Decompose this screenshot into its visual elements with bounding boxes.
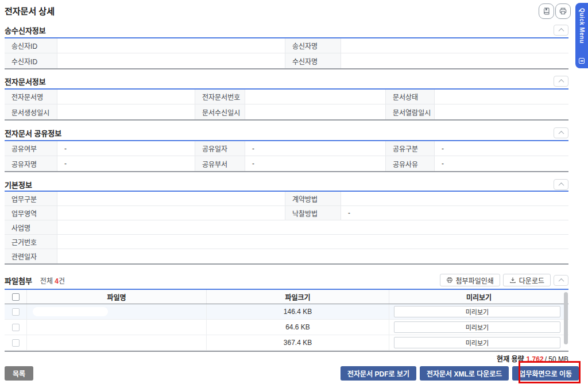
preview-button[interactable]: 미리보기 xyxy=(394,337,560,348)
filename-cell xyxy=(27,320,207,335)
column-header-preview: 미리보기 xyxy=(389,290,568,304)
collapse-attachments-button[interactable] xyxy=(554,275,568,286)
section-header-share-info: 전자문서 공유정보 xyxy=(5,126,568,139)
chevron-up-icon xyxy=(558,278,564,284)
section-header-attachments: 파일첨부 전체 4건 첨부파일인쇄 다운로드 xyxy=(5,274,568,286)
field-label: 낙찰방법 xyxy=(285,206,341,220)
field-value xyxy=(57,53,285,68)
field-label: 공유부서 xyxy=(195,156,245,171)
field-label: 전자문서번호 xyxy=(195,90,245,104)
attachments-count: 전체 4건 xyxy=(40,276,65,285)
capacity-total: / 50 MB xyxy=(545,355,568,363)
section-title-sender-receiver: 송수신자정보 xyxy=(5,25,46,36)
table-row: 업무영역 낙찰방법 - xyxy=(5,206,568,220)
filesize-cell: 64.6 KB xyxy=(207,320,389,335)
attachment-row: 64.6 KB 미리보기 xyxy=(5,320,568,335)
field-label: 사업명 xyxy=(5,220,57,234)
preview-button[interactable]: 미리보기 xyxy=(394,306,560,317)
field-value xyxy=(245,104,386,119)
attachment-row: 146.4 KB 미리보기 xyxy=(5,304,568,320)
field-label: 공유사유 xyxy=(386,156,435,171)
table-scrollbar[interactable] xyxy=(564,292,568,349)
field-label: 문서상태 xyxy=(386,90,435,104)
row-checkbox[interactable] xyxy=(12,339,20,347)
field-label: 전자문서명 xyxy=(5,90,57,104)
field-value xyxy=(341,53,568,68)
table-row: 전자문서명 전자문서번호 문서상태 xyxy=(5,90,568,104)
field-label: 계약방법 xyxy=(285,192,341,205)
collapse-sender-receiver-button[interactable] xyxy=(554,25,568,36)
table-row: 수신자ID 수신자명 xyxy=(5,53,568,68)
capacity-label: 현재 용량 xyxy=(497,355,524,363)
collapse-document-info-button[interactable] xyxy=(554,76,568,87)
field-label: 문서생성일시 xyxy=(5,104,57,119)
preview-button[interactable]: 미리보기 xyxy=(394,321,560,333)
chevron-up-icon xyxy=(558,182,564,188)
checkbox-cell xyxy=(5,320,27,335)
printer-icon xyxy=(559,7,567,15)
field-value xyxy=(341,38,568,53)
select-all-checkbox[interactable] xyxy=(12,293,20,301)
field-value xyxy=(57,38,285,53)
redacted-filename xyxy=(33,307,108,316)
collapse-basic-info-button[interactable] xyxy=(554,179,568,190)
field-value xyxy=(57,235,568,249)
count-value: 4 xyxy=(55,277,59,285)
count-label: 전체 xyxy=(40,277,53,285)
filename-cell xyxy=(27,304,207,319)
section-header-document-info: 전자문서정보 xyxy=(5,75,568,87)
filesize-cell: 367.4 KB xyxy=(207,335,389,350)
attachments-table-header: 파일명 파일크기 미리보기 xyxy=(5,290,568,304)
view-pdf-button[interactable]: 전자문서 PDF로 보기 xyxy=(341,366,416,381)
field-label: 공유자명 xyxy=(5,156,57,171)
field-label: 송신자ID xyxy=(5,38,57,53)
field-label: 업무영역 xyxy=(5,206,57,220)
row-checkbox[interactable] xyxy=(12,324,20,331)
basic-info-table: 업무구분 계약방법 업무영역 낙찰방법 - 사업명 근거번호 관련일자 xyxy=(5,191,568,265)
preview-cell: 미리보기 xyxy=(389,320,568,335)
table-row: 공유여부 - 공유일자 - 공유구분 - xyxy=(5,141,568,156)
column-header-filename: 파일명 xyxy=(27,290,207,304)
page-title: 전자문서 상세 xyxy=(5,5,55,17)
field-value: - xyxy=(341,206,568,220)
field-label: 공유구분 xyxy=(386,141,435,156)
column-header-filesize: 파일크기 xyxy=(207,290,389,304)
checkbox-cell xyxy=(5,304,27,319)
book-icon xyxy=(542,7,551,15)
attachment-print-button[interactable]: 첨부파일인쇄 xyxy=(440,274,500,286)
collapse-share-info-button[interactable] xyxy=(554,127,568,138)
quick-menu-tab[interactable]: Quick Menu xyxy=(575,3,588,68)
table-row: 근거번호 xyxy=(5,235,568,249)
download-label: 다운로드 xyxy=(519,276,544,285)
scrollbar-thumb[interactable] xyxy=(564,292,568,344)
section-title-attachments: 파일첨부 xyxy=(5,275,32,286)
download-button[interactable]: 다운로드 xyxy=(503,274,551,286)
quick-menu-label: Quick Menu xyxy=(579,8,585,44)
checkbox-cell xyxy=(5,335,27,350)
attachment-row: 367.4 KB 미리보기 xyxy=(5,335,568,351)
field-label: 문서수신일시 xyxy=(195,104,245,119)
print-page-button[interactable] xyxy=(555,3,571,19)
field-value xyxy=(57,220,568,234)
field-label: 문서열람일시 xyxy=(386,104,435,119)
minus-box-icon[interactable] xyxy=(579,58,585,64)
download-xml-button[interactable]: 전자문서 XML로 다운로드 xyxy=(420,366,509,381)
field-value: - xyxy=(245,156,386,171)
go-to-work-screen-button[interactable]: 업무화면으로 이동 xyxy=(512,366,579,381)
field-label: 업무구분 xyxy=(5,192,57,205)
section-title-document-info: 전자문서정보 xyxy=(5,76,46,87)
capacity-used: 1.762 xyxy=(527,355,544,363)
footer-right-group: 전자문서 PDF로 보기 전자문서 XML로 다운로드 업무화면으로 이동 xyxy=(341,366,579,381)
row-checkbox[interactable] xyxy=(12,308,20,316)
field-label: 수신자ID xyxy=(5,53,57,68)
field-value xyxy=(57,192,285,205)
section-header-basic-info: 기본정보 xyxy=(5,178,568,191)
table-row: 공유자명 - 공유부서 - 공유사유 - xyxy=(5,156,568,171)
list-button[interactable]: 목록 xyxy=(5,366,33,381)
field-value: - xyxy=(245,141,386,156)
manual-button[interactable] xyxy=(539,3,554,19)
table-row: 관련일자 xyxy=(5,249,568,263)
capacity-status: 현재 용량1.762/ 50 MB xyxy=(5,354,568,363)
field-value: - xyxy=(57,141,195,156)
field-value xyxy=(57,249,568,263)
